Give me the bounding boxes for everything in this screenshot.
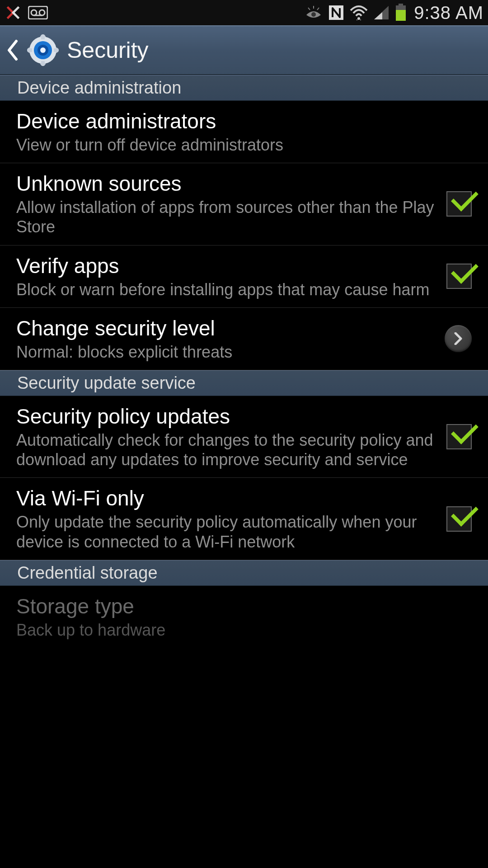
row-storage-type[interactable]: Storage type Back up to hardware (0, 586, 488, 648)
svg-point-2 (39, 10, 45, 15)
svg-point-24 (40, 47, 46, 53)
section-security-update-service: Security update service (0, 370, 488, 396)
section-credential-storage: Credential storage (0, 560, 488, 586)
title-bar[interactable]: Security (0, 25, 488, 75)
row-subtitle: Normal: blocks explicit threats (16, 342, 436, 362)
wifi-icon (350, 5, 368, 20)
row-unknown-sources[interactable]: Unknown sources Allow installation of ap… (0, 163, 488, 245)
row-subtitle: Automatically check for changes to the s… (16, 430, 437, 469)
back-icon[interactable] (5, 39, 19, 61)
row-subtitle: Allow installation of apps from sources … (16, 198, 437, 236)
svg-point-1 (31, 10, 37, 15)
row-subtitle: Back up to hardware (16, 620, 463, 640)
settings-gear-icon (27, 34, 59, 66)
row-title: Security policy updates (16, 404, 437, 429)
svg-line-7 (317, 8, 319, 10)
checkbox-security-policy-updates[interactable] (446, 424, 472, 449)
signal-icon (373, 5, 389, 20)
row-title: Unknown sources (16, 171, 437, 196)
row-verify-apps[interactable]: Verify apps Block or warn before install… (0, 245, 488, 308)
checkbox-verify-apps[interactable] (446, 264, 472, 289)
svg-point-9 (357, 17, 360, 20)
checkbox-via-wifi-only[interactable] (446, 506, 472, 532)
row-title: Verify apps (16, 254, 437, 278)
svg-rect-12 (396, 10, 406, 21)
nfc-icon (328, 5, 344, 21)
row-title: Storage type (16, 594, 463, 618)
svg-line-6 (308, 8, 310, 10)
smart-stay-icon (305, 5, 323, 20)
voicemail-icon (28, 6, 48, 19)
row-title: Change security level (16, 316, 436, 340)
row-title: Via Wi-Fi only (16, 486, 437, 510)
checkbox-unknown-sources[interactable] (446, 191, 472, 217)
chevron-right-icon (445, 325, 472, 352)
row-change-security-level[interactable]: Change security level Normal: blocks exp… (0, 308, 488, 370)
row-subtitle: Only update the security policy automati… (16, 512, 437, 551)
status-bar: 9:38 AM (0, 0, 488, 25)
section-device-administration: Device administration (0, 75, 488, 101)
page-title: Security (67, 37, 149, 63)
row-subtitle: View or turn off device administrators (16, 135, 463, 155)
row-subtitle: Block or warn before installing apps tha… (16, 280, 437, 299)
sync-error-icon (5, 4, 22, 21)
status-time: 9:38 AM (414, 3, 483, 23)
battery-icon (395, 4, 407, 22)
status-right: 9:38 AM (305, 3, 483, 23)
row-device-administrators[interactable]: Device administrators View or turn off d… (0, 101, 488, 163)
status-left (5, 4, 48, 21)
row-security-policy-updates[interactable]: Security policy updates Automatically ch… (0, 396, 488, 478)
row-title: Device administrators (16, 109, 463, 133)
svg-point-4 (311, 12, 316, 17)
svg-rect-10 (399, 4, 403, 5)
row-via-wifi-only[interactable]: Via Wi-Fi only Only update the security … (0, 478, 488, 560)
